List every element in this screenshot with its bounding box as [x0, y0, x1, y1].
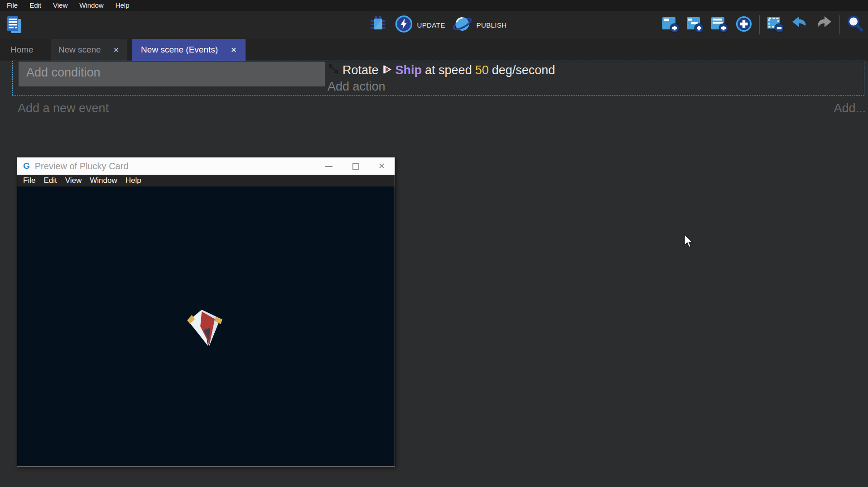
add-event-row: Add a new event Add...: [18, 101, 866, 115]
menu-window[interactable]: Window: [73, 0, 109, 11]
preview-menubar: File Edit View Window Help: [17, 175, 395, 186]
preview-window: G Preview of Plucky Card ✕ File Edit Vie…: [17, 157, 395, 467]
tab-home-label: Home: [10, 45, 34, 55]
tab-new-scene-label: New scene: [58, 45, 101, 55]
menu-edit[interactable]: Edit: [24, 0, 47, 11]
publish-icon: [453, 14, 473, 35]
action-object-name: Ship: [395, 63, 422, 77]
update-button-label: UPDATE: [417, 21, 445, 29]
add-comment-event-icon[interactable]: [710, 15, 728, 35]
rotate-arrows-icon: [328, 63, 339, 78]
preview-titlebar[interactable]: G Preview of Plucky Card ✕: [17, 158, 395, 175]
add-condition-placeholder: Add condition: [19, 62, 325, 80]
events-sheet: Add condition Rotate: [0, 61, 868, 487]
update-button[interactable]: UPDATE: [395, 15, 445, 35]
tab-new-scene-events[interactable]: New scene (Events) ✕: [132, 39, 245, 61]
maximize-icon[interactable]: [352, 163, 359, 170]
search-icon[interactable]: [846, 15, 864, 35]
undo-icon[interactable]: [791, 15, 809, 35]
minimize-icon[interactable]: [325, 166, 333, 167]
project-manager-icon[interactable]: [6, 15, 23, 37]
event-row[interactable]: Add condition Rotate: [12, 61, 864, 95]
add-event-icon[interactable]: [661, 15, 680, 35]
add-subevent-icon[interactable]: [686, 15, 704, 35]
main-toolbar: UPDATE PUBLISH: [0, 11, 868, 39]
toolbar-separator: [759, 15, 760, 34]
publish-button[interactable]: PUBLISH: [453, 14, 507, 35]
ship-sprite: [187, 305, 225, 351]
toolbar-right-group: [661, 11, 864, 39]
ship-object-icon: [382, 63, 392, 77]
editor-tabbar: Home New scene ✕ New scene (Events) ✕: [0, 39, 868, 61]
publish-button-label: PUBLISH: [477, 21, 507, 29]
game-canvas[interactable]: [17, 186, 395, 466]
preview-window-title: Preview of Plucky Card: [35, 161, 129, 172]
add-condition-area[interactable]: Add condition: [19, 62, 325, 86]
redo-icon[interactable]: [815, 15, 833, 35]
preview-menu-window[interactable]: Window: [86, 176, 121, 185]
close-icon[interactable]: ✕: [378, 161, 385, 171]
action-unit: deg/second: [492, 63, 555, 77]
actions-column: Rotate Ship at speed 50 deg/second Add a…: [328, 62, 863, 94]
action-value: 50: [475, 63, 489, 77]
toolbar-separator: [839, 15, 840, 34]
add-new-event-button[interactable]: Add a new event: [18, 101, 109, 115]
tab-home[interactable]: Home: [0, 39, 44, 61]
update-icon: [395, 15, 413, 35]
add-more-button[interactable]: Add...: [834, 101, 866, 115]
app-menubar: File Edit View Window Help: [0, 0, 868, 11]
action-rotate-ship[interactable]: Rotate Ship at speed 50 deg/second: [328, 62, 863, 79]
debug-icon[interactable]: [368, 14, 387, 35]
menu-help[interactable]: Help: [110, 0, 135, 11]
action-connector: at speed: [425, 63, 472, 77]
preview-menu-view[interactable]: View: [61, 176, 86, 185]
tab-close-icon[interactable]: ✕: [113, 46, 119, 54]
menu-view[interactable]: View: [47, 0, 73, 11]
gdevelop-logo-icon: G: [23, 162, 30, 171]
toolbar-center-group: UPDATE PUBLISH: [368, 11, 506, 39]
delete-selection-icon[interactable]: [766, 15, 784, 35]
menu-file[interactable]: File: [1, 0, 24, 11]
preview-menu-help[interactable]: Help: [121, 176, 145, 185]
tab-close-icon[interactable]: ✕: [231, 46, 236, 54]
add-circle-icon[interactable]: [735, 15, 753, 35]
preview-menu-edit[interactable]: Edit: [39, 176, 61, 185]
tab-new-scene-events-label: New scene (Events): [141, 45, 218, 55]
tab-new-scene[interactable]: New scene ✕: [51, 39, 127, 61]
action-verb: Rotate: [342, 63, 379, 77]
add-action-placeholder[interactable]: Add action: [328, 79, 863, 94]
preview-menu-file[interactable]: File: [19, 176, 39, 185]
